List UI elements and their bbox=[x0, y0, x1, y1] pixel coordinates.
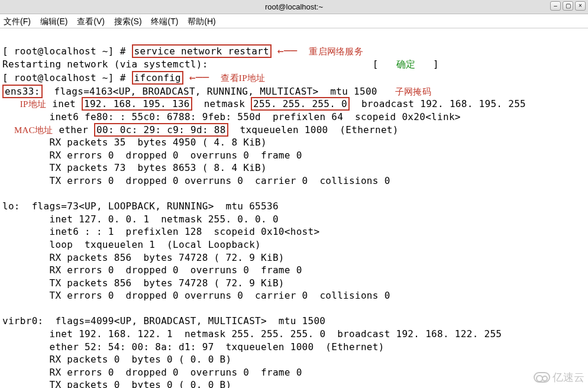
window-titlebar: root@localhost:~ – ▢ × bbox=[0, 0, 588, 14]
virbr0-head: virbr0: flags=4099<UP, BROADCAST, MULTIC… bbox=[2, 315, 325, 326]
close-button[interactable]: × bbox=[575, 1, 586, 11]
window-title: root@localhost:~ bbox=[265, 2, 323, 11]
maximize-button[interactable]: ▢ bbox=[563, 1, 573, 11]
virbr0-ether: ether 52: 54: 00: 8a: d1: 97 txqueuelen … bbox=[49, 341, 384, 353]
terminal-output[interactable]: [ root@localhost ~] # service network re… bbox=[0, 28, 588, 388]
ens33-tx-packets: TX packets 73 bytes 8653 ( 8. 4 KiB) bbox=[49, 162, 267, 173]
lo-head: lo: flags=73<UP, LOOPBACK, RUNNING> mtu … bbox=[2, 201, 279, 212]
lo-inet: inet 127. 0. 0. 1 netmask 255. 0. 0. 0 bbox=[49, 214, 278, 225]
lo-rx-packets: RX packets 856 bytes 74728 ( 72. 9 KiB) bbox=[49, 252, 284, 263]
annotation-ip: IP地址 bbox=[20, 99, 47, 109]
arrow-icon: ←── bbox=[277, 44, 297, 57]
cloud-icon bbox=[534, 372, 550, 383]
iface-ens33: ens33: bbox=[2, 85, 43, 98]
arrow-icon: ←── bbox=[189, 71, 209, 83]
restart-output: Restarting network (via systemctl): bbox=[2, 59, 208, 70]
virbr0-tx-packets: TX packets 0 bytes 0 ( 0. 0 B) bbox=[49, 379, 231, 388]
ens33-flags: flags=4163<UP, BROADCAST, RUNNING, MULTI… bbox=[54, 86, 377, 97]
virbr0-rx-packets: RX packets 0 bytes 0 ( 0. 0 B) bbox=[49, 354, 231, 365]
ens33-rx-packets: RX packets 35 bytes 4950 ( 4. 8 KiB) bbox=[49, 137, 267, 148]
lo-tx-packets: TX packets 856 bytes 74728 ( 72. 9 KiB) bbox=[49, 277, 284, 289]
lo-loop: loop txqueuelen 1 (Local Loopback) bbox=[49, 239, 261, 250]
lo-inet6: inet6 : : 1 prefixlen 128 scopeid 0x10<h… bbox=[49, 226, 319, 237]
menu-file[interactable]: 文件(F) bbox=[4, 17, 31, 26]
minimize-button[interactable]: – bbox=[550, 1, 561, 11]
menu-search[interactable]: 搜索(S) bbox=[114, 17, 142, 26]
ens33-broadcast: broadcast 192. 168. 195. 255 bbox=[361, 98, 526, 109]
annotation-restart: 重启网络服务 bbox=[309, 47, 363, 56]
cmd-ifconfig: ifconfig bbox=[132, 71, 183, 85]
annotation-mac: MAC地址 bbox=[14, 125, 53, 135]
virbr0-rx-errors: RX errors 0 dropped 0 overruns 0 frame 0 bbox=[49, 367, 302, 378]
status-ok: 确定 bbox=[396, 59, 416, 70]
ens33-ip: 192. 168. 195. 136 bbox=[82, 97, 192, 111]
prompt: [ root@localhost ~] # bbox=[2, 46, 126, 57]
prompt: [ root@localhost ~] # bbox=[2, 72, 126, 83]
menubar: 文件(F) 编辑(E) 查看(V) 搜索(S) 终端(T) 帮助(H) bbox=[0, 14, 588, 28]
cmd-service-restart: service network restart bbox=[132, 44, 272, 58]
ens33-ether-tail: txqueuelen 1000 (Ethernet) bbox=[240, 124, 399, 135]
annotation-checkip: 查看IP地址 bbox=[221, 73, 265, 83]
menu-edit[interactable]: 编辑(E) bbox=[40, 17, 68, 26]
watermark-text: 亿速云 bbox=[553, 370, 584, 384]
ens33-rx-errors: RX errors 0 dropped 0 overruns 0 frame 0 bbox=[49, 150, 302, 161]
lo-rx-errors: RX errors 0 dropped 0 overruns 0 frame 0 bbox=[49, 264, 302, 276]
annotation-subnet: 子网掩码 bbox=[395, 87, 431, 96]
ens33-mac: 00: 0c: 29: c9: 9d: 88 bbox=[94, 123, 228, 137]
ens33-inet6: inet6 fe80: : 55c0: 6788: 9feb: 550d pre… bbox=[49, 111, 460, 122]
menu-view[interactable]: 查看(V) bbox=[77, 17, 105, 26]
ens33-netmask: 255. 255. 255. 0 bbox=[251, 97, 350, 111]
virbr0-inet: inet 192. 168. 122. 1 netmask 255. 255. … bbox=[49, 328, 502, 340]
ens33-tx-errors: TX errors 0 dropped 0 overruns 0 carrier… bbox=[49, 175, 390, 186]
menu-terminal[interactable]: 终端(T) bbox=[151, 17, 178, 26]
watermark: 亿速云 bbox=[534, 370, 584, 384]
lo-tx-errors: TX errors 0 dropped 0 overruns 0 carrier… bbox=[49, 290, 390, 301]
menu-help[interactable]: 帮助(H) bbox=[188, 17, 215, 26]
